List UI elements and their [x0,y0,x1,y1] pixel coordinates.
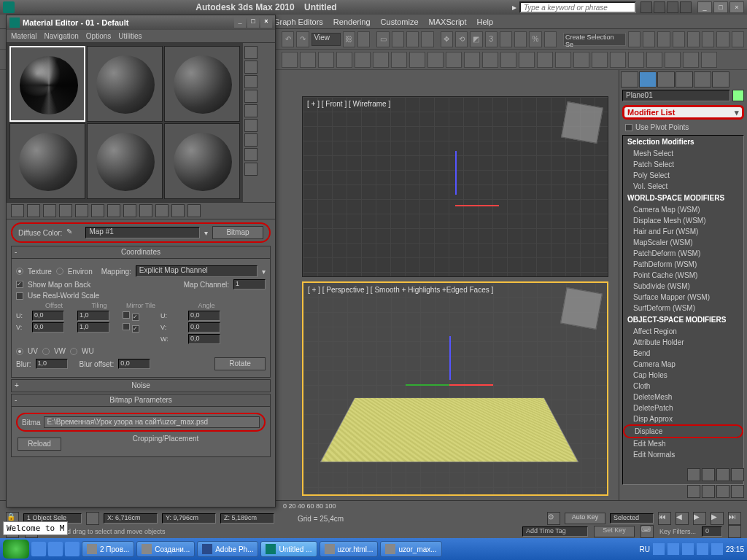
tb2-icon[interactable] [336,52,352,68]
transform-type-icon[interactable] [86,512,99,525]
current-frame-field[interactable]: 0 [702,526,722,537]
modifier-item[interactable]: Affect Region [623,326,743,337]
prev-key-icon[interactable]: ⏮ [658,512,671,525]
tb2-icon[interactable] [519,52,535,68]
key-icon[interactable]: ⌨ [640,525,654,538]
mat-menu-navigation[interactable]: Navigation [44,32,79,40]
tray-icon[interactable] [653,543,665,555]
material-slot-5[interactable] [87,123,163,199]
tray-icon[interactable] [667,543,679,555]
material-slot-3[interactable] [164,46,240,122]
tray-icon[interactable] [711,543,723,555]
taskbar-item[interactable]: Adobe Ph... [197,541,258,557]
modifier-item[interactable]: SurfDeform (WSM) [623,303,743,314]
modifier-item-displace[interactable]: Displace [623,424,743,438]
curve-editor-icon[interactable] [673,31,685,47]
modifier-item[interactable]: Edit Mesh [623,438,743,449]
modifier-list-dropdown[interactable]: Modifier List [622,105,744,120]
material-slot-1[interactable] [9,46,85,122]
modifier-item[interactable]: DeleteMesh [623,392,743,402]
modifier-item[interactable]: Hair and Fur (WSM) [623,226,743,237]
u-tile-checkbox[interactable] [132,314,139,321]
tb2-icon[interactable] [555,52,571,68]
modifier-item[interactable]: Cloth [623,381,743,392]
modifier-item[interactable]: Camera Map [623,359,743,370]
u-angle-spinner[interactable]: 0,0 [188,311,220,321]
angle-snap-icon[interactable] [514,31,527,47]
maximize-viewport-icon[interactable] [731,485,744,498]
close-button[interactable]: × [729,1,744,13]
menu-rendering[interactable]: Rendering [333,18,371,26]
tb2-icon[interactable] [592,52,608,68]
mapping-combo[interactable]: Explicit Map Channel [136,265,258,277]
v-offset-spinner[interactable]: 0,0 [32,322,64,332]
hierarchy-tab-icon[interactable] [657,71,675,88]
schematic-icon[interactable] [687,31,700,47]
object-name-field[interactable]: Plane01 [622,90,730,101]
texture-radio[interactable] [16,268,23,275]
make-copy-icon[interactable] [75,204,88,217]
autokey-button[interactable]: Auto Key [565,513,605,524]
render-setup-icon[interactable] [716,31,729,47]
minimize-button[interactable]: _ [697,1,712,13]
unlink-icon[interactable] [357,31,370,47]
z-coord-field[interactable]: Z: 5,189cm [220,513,274,524]
modifier-item[interactable]: Subdivide (WSM) [623,281,743,292]
v-angle-spinner[interactable]: 0,0 [188,322,220,332]
modifier-item[interactable]: MapScaler (WSM) [623,237,743,248]
modifier-item[interactable]: Cap Holes [623,370,743,381]
comm-center-icon[interactable] [654,1,665,13]
vw-radio[interactable] [42,348,50,355]
tb2-icon[interactable] [391,52,407,68]
u-tiling-spinner[interactable]: 1,0 [77,311,109,321]
setkey-button[interactable]: Set Key [594,526,635,537]
align-icon[interactable] [643,31,655,47]
viewport-perspective[interactable]: [ + ] [ Perspective ] [ Smooth + Highlig… [302,281,608,496]
tb2-icon[interactable] [427,52,444,68]
modifier-item[interactable]: Edit Normals [623,449,743,460]
mapping-dropdown-icon[interactable]: ▾ [262,268,266,276]
rotate-icon[interactable]: ⟲ [455,31,468,47]
material-slot-2[interactable] [87,46,163,122]
percent-snap-icon[interactable]: % [529,31,541,47]
backlight-icon[interactable] [244,61,258,74]
x-coord-field[interactable]: X: 6,716cm [104,513,158,524]
w-angle-spinner[interactable]: 0,0 [188,334,220,344]
ref-coord-dropdown[interactable]: View [311,33,341,46]
taskbar-item[interactable]: Создани... [136,541,195,557]
time-config-icon[interactable] [728,525,741,538]
material-editor-titlebar[interactable]: Material Editor - 01 - Default _ □ × [7,15,275,30]
link-icon[interactable]: ⛓ [343,31,355,47]
fov-icon[interactable] [687,485,700,498]
viewcube-icon[interactable] [560,287,603,330]
redo-icon[interactable]: ↷ [296,31,309,47]
make-unique-icon[interactable] [91,204,104,217]
prev-frame-icon[interactable]: ◀ [676,512,689,525]
tb2-icon[interactable] [464,52,480,68]
material-slot-4[interactable] [9,123,85,199]
keymode-combo[interactable]: Selected [610,513,654,524]
tb2-icon[interactable] [318,52,334,68]
modifier-item[interactable]: Surface Mapper (WSM) [623,292,743,303]
map-dropdown-icon[interactable]: ▾ [204,229,208,237]
tb2-icon[interactable] [573,52,589,68]
bitmap-params-rollout-head[interactable]: -Bitmap Parameters [11,394,271,407]
tray-icon[interactable] [697,543,708,555]
modifier-item[interactable]: DeletePatch [623,402,743,413]
noise-rollout-head[interactable]: +Noise [11,379,271,392]
put-to-lib-icon[interactable] [107,204,120,217]
menu-customize[interactable]: Customize [381,18,419,26]
get-material-icon[interactable] [11,204,24,217]
tb2-icon[interactable] [665,52,681,68]
modifier-item[interactable]: Patch Select [623,159,743,170]
tb2-icon[interactable] [482,52,498,68]
bitmap-type-button[interactable]: Bitmap [212,226,263,239]
options-icon[interactable] [244,133,258,147]
motion-tab-icon[interactable] [676,71,693,88]
sample-uv-icon[interactable] [244,90,258,103]
go-sibling-icon[interactable] [187,204,201,217]
spinner-snap-icon[interactable] [544,31,557,47]
material-slot-6[interactable] [164,123,240,199]
modifier-dropdown-list[interactable]: Selection Modifiers Mesh Select Patch Se… [622,135,744,485]
quicklaunch-icon[interactable] [65,542,80,556]
